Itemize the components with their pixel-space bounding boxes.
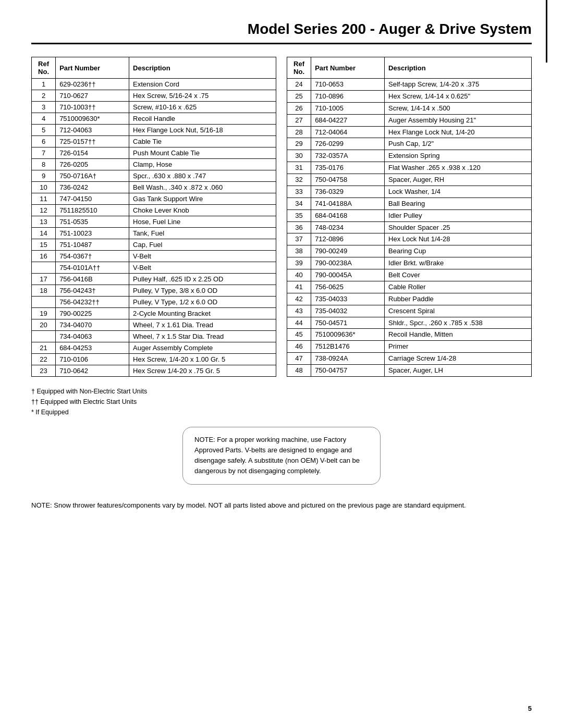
ref-cell: 8 — [32, 159, 56, 170]
description-cell: Pulley Half, .625 ID x 2.25 OD — [129, 274, 276, 285]
description-cell: Screw, #10-16 x .625 — [129, 102, 276, 113]
table-row: 19790-002252-Cycle Mounting Bracket — [32, 308, 276, 319]
part-number-cell: 732-0357A — [311, 150, 385, 162]
description-cell: Carriage Screw 1/4-28 — [385, 353, 532, 365]
part-number-cell: 790-00238A — [311, 257, 385, 269]
part-number-cell: 7512B1476 — [311, 341, 385, 353]
description-cell: Rubber Paddle — [385, 293, 532, 305]
part-number-cell: 756-0416B — [56, 274, 129, 285]
table-row: 754-0101A††V-Belt — [32, 262, 276, 274]
description-cell: Auger Assembly Housing 21" — [385, 114, 532, 126]
table-row: 28712-04064Hex Flange Lock Nut, 1/4-20 — [287, 126, 532, 138]
table-row: 34741-04188ABall Bearing — [287, 198, 532, 209]
part-number-cell: 756-04243† — [56, 285, 129, 297]
description-cell: Choke Lever Knob — [129, 205, 276, 216]
table-row: 33736-0329Lock Washer, 1/4 — [287, 186, 532, 198]
part-number-cell: 750-04758 — [311, 174, 385, 186]
footnote-item: †† Equipped with Electric Start Units — [31, 397, 532, 407]
table-row: 24710-0653Self-tapp Screw, 1/4-20 x .375 — [287, 79, 532, 91]
description-cell: Recoil Handle — [129, 113, 276, 125]
part-number-cell: 751-0535 — [56, 216, 129, 228]
part-number-cell: 750-04757 — [311, 365, 385, 377]
description-cell: Idler Brkt. w/Brake — [385, 257, 532, 269]
ref-cell: 13 — [32, 216, 56, 228]
part-number-cell: 726-0299 — [311, 138, 385, 150]
page-number: 5 — [528, 705, 532, 712]
footnote-item: * If Equipped — [31, 407, 532, 417]
ref-cell: 19 — [32, 308, 56, 319]
description-cell: 2-Cycle Mounting Bracket — [129, 308, 276, 319]
description-cell: V-Belt — [129, 251, 276, 262]
ref-cell — [32, 262, 56, 274]
description-cell: Spacer, Auger, RH — [385, 174, 532, 186]
table-row: 1629-0236††Extension Cord — [32, 79, 276, 90]
ref-cell: 11 — [32, 193, 56, 205]
description-cell: Crescent Spiral — [385, 305, 532, 317]
ref-cell: 9 — [32, 170, 56, 182]
part-number-cell: 750-04571 — [311, 317, 385, 329]
ref-cell: 30 — [287, 150, 311, 162]
table-row: 31735-0176Flat Washer .265 x .938 x .120 — [287, 162, 532, 174]
description-cell: Wheel, 7 x 1.61 Dia. Tread — [129, 319, 276, 331]
part-number-cell: 629-0236†† — [56, 79, 129, 90]
description-cell: Hex Screw 1/4-20 x .75 Gr. 5 — [129, 365, 276, 377]
table-row: 30732-0357AExtension Spring — [287, 150, 532, 162]
ref-cell: 44 — [287, 317, 311, 329]
left-parts-table: RefNo. Part Number Description 1629-0236… — [31, 57, 276, 377]
part-number-cell: 725-0157†† — [56, 136, 129, 147]
description-cell: Screw, 1/4-14 x .500 — [385, 102, 532, 114]
description-cell: Cable Roller — [385, 281, 532, 293]
ref-cell: 41 — [287, 281, 311, 293]
table-row: 2710-0627Hex Screw, 5/16-24 x .75 — [32, 90, 276, 102]
description-cell: Recoil Handle, Mitten — [385, 329, 532, 341]
part-number-cell: 748-0234 — [311, 221, 385, 233]
table-row: 20734-04070Wheel, 7 x 1.61 Dia. Tread — [32, 319, 276, 331]
part-number-cell: 751-10023 — [56, 228, 129, 239]
description-cell: Idler Pulley — [385, 209, 532, 221]
description-cell: Cap, Fuel — [129, 239, 276, 251]
ref-cell: 10 — [32, 182, 56, 193]
table-row: 29726-0299Push Cap, 1/2" — [287, 138, 532, 150]
table-row: 47738-0924ACarriage Screw 1/4-28 — [287, 353, 532, 365]
description-cell: Lock Washer, 1/4 — [385, 186, 532, 198]
description-cell: Clamp, Hose — [129, 159, 276, 170]
table-row: 17756-0416BPulley Half, .625 ID x 2.25 O… — [32, 274, 276, 285]
ref-cell: 43 — [287, 305, 311, 317]
table-row: 37712-0896Hex Lock Nut 1/4-28 — [287, 233, 532, 245]
ref-cell: 20 — [32, 319, 56, 331]
description-cell: Spacer, Auger, LH — [385, 365, 532, 377]
part-number-cell: 738-0924A — [311, 353, 385, 365]
part-number-cell: 710-0653 — [311, 79, 385, 91]
ref-cell: 46 — [287, 341, 311, 353]
ref-cell: 12 — [32, 205, 56, 216]
description-cell: Primer — [385, 341, 532, 353]
table-row: 48750-04757Spacer, Auger, LH — [287, 365, 532, 377]
table-row: 13751-0535Hose, Fuel Line — [32, 216, 276, 228]
left-header-part: Part Number — [56, 57, 129, 79]
part-number-cell: 684-04168 — [311, 209, 385, 221]
ref-cell: 26 — [287, 102, 311, 114]
table-row: 9750-0716A†Spcr., .630 x .880 x .747 — [32, 170, 276, 182]
footnotes: † Equipped with Non-Electric Start Units… — [31, 386, 532, 417]
table-row: 3710-1003††Screw, #10-16 x .625 — [32, 102, 276, 113]
tables-container: RefNo. Part Number Description 1629-0236… — [31, 57, 532, 377]
table-row: 457510009636*Recoil Handle, Mitten — [287, 329, 532, 341]
description-cell: Flat Washer .265 x .938 x .120 — [385, 162, 532, 174]
ref-cell: 18 — [32, 285, 56, 297]
table-row: 38790-00249Bearing Cup — [287, 245, 532, 257]
description-cell: Bearing Cup — [385, 245, 532, 257]
part-number-cell: 712-0896 — [311, 233, 385, 245]
part-number-cell: 684-04227 — [311, 114, 385, 126]
ref-cell: 45 — [287, 329, 311, 341]
part-number-cell: 756-0625 — [311, 281, 385, 293]
table-row: 40790-00045ABelt Cover — [287, 269, 532, 281]
ref-cell: 7 — [32, 147, 56, 159]
ref-cell: 2 — [32, 90, 56, 102]
part-number-cell: 756-04232†† — [56, 297, 129, 308]
part-number-cell: 7511825510 — [56, 205, 129, 216]
ref-cell: 35 — [287, 209, 311, 221]
description-cell: Push Cap, 1/2" — [385, 138, 532, 150]
note-box: NOTE: For a proper working machine, use … — [182, 427, 381, 485]
part-number-cell: 735-04032 — [311, 305, 385, 317]
description-cell: Push Mount Cable Tie — [129, 147, 276, 159]
